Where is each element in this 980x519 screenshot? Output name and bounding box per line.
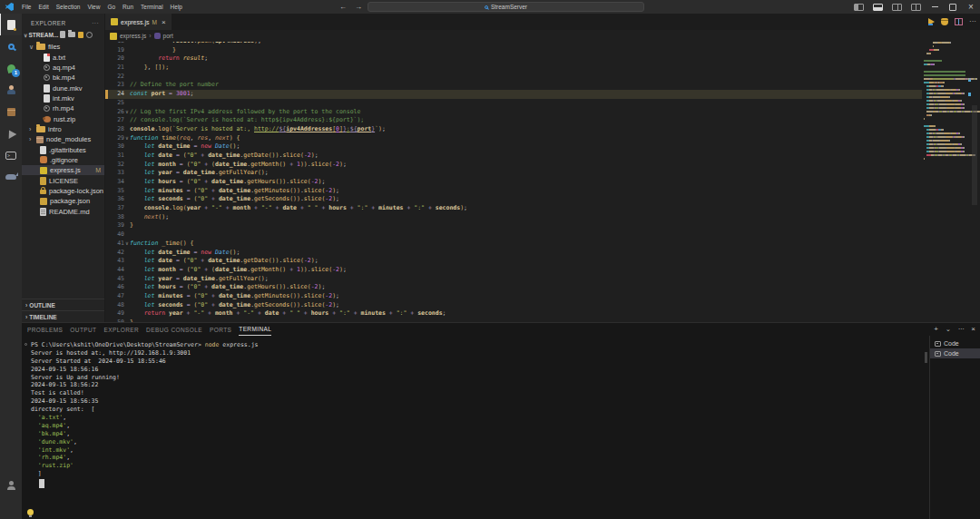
activity-run-debug[interactable]	[0, 79, 22, 101]
tree-item-bk-mp4[interactable]: bk.mp4	[22, 73, 104, 83]
tree-item-int-mkv[interactable]: int.mkv	[22, 93, 104, 103]
new-folder-icon[interactable]	[68, 32, 75, 37]
activity-docker[interactable]	[0, 166, 22, 188]
menu-run[interactable]: Run	[119, 4, 137, 10]
run-code-icon[interactable]	[928, 18, 935, 25]
panel-tab-output[interactable]: OUTPUT	[70, 323, 96, 336]
new-file-icon[interactable]	[60, 31, 65, 38]
code-line[interactable]: 31 let date = ("0" + date_time.getDate()…	[105, 152, 922, 161]
workspace-section-header[interactable]: ∨ STREAM...	[22, 29, 104, 40]
activity-search[interactable]	[0, 35, 22, 57]
flask-icon[interactable]	[941, 18, 948, 25]
more-actions-icon[interactable]: ···	[969, 18, 976, 25]
activity-remote[interactable]	[0, 122, 22, 144]
back-arrow-icon[interactable]: ←	[339, 3, 347, 11]
code-line[interactable]: 19 }	[105, 46, 922, 55]
tree-item-package-json[interactable]: package.json	[22, 196, 104, 206]
menu-selection[interactable]: Selection	[53, 4, 84, 10]
code-line[interactable]: 44 let month = ("0" + (date_time.getMont…	[105, 266, 922, 275]
code-line[interactable]: 41∨function _time() {	[105, 240, 922, 249]
activity-settings[interactable]	[0, 497, 22, 519]
code-line[interactable]: 28console.log(`Server is hosted at:, htt…	[105, 125, 922, 134]
activity-terminal[interactable]	[0, 144, 22, 166]
code-line[interactable]: 26∨// Log the first IPv4 address followe…	[105, 108, 922, 117]
tree-item--gitignore[interactable]: .gitignore	[22, 155, 104, 165]
activity-explorer[interactable]	[0, 14, 22, 35]
new-terminal-icon[interactable]	[934, 326, 938, 333]
tree-item-node-modules[interactable]: ›node_modules	[22, 134, 104, 144]
code-line[interactable]: 39}	[105, 221, 922, 230]
code-editor[interactable]: 18 result.push(ipv4Address);19 }20 retur…	[105, 42, 980, 322]
command-decoration-icon[interactable]	[24, 343, 27, 346]
activity-source-control[interactable]: 1	[0, 57, 22, 79]
panel-tab-ports[interactable]: PORTS	[210, 323, 231, 336]
code-line[interactable]: 42 let date_time = new Date();	[105, 249, 922, 258]
code-line[interactable]: 29∨function time(req, res, next) {	[105, 134, 922, 143]
menu-view[interactable]: View	[83, 4, 103, 10]
code-line[interactable]: 45 let year = date_time.getFullYear();	[105, 275, 922, 284]
code-line[interactable]: 47 let minutes = ("0" + date_time.getMin…	[105, 292, 922, 301]
menu-edit[interactable]: Edit	[34, 4, 52, 10]
toggle-sidebar-icon[interactable]	[854, 4, 864, 11]
more-actions-icon[interactable]: ···	[92, 20, 99, 26]
code-line[interactable]: 43 let date = ("0" + date_time.getDate()…	[105, 257, 922, 266]
code-line[interactable]: 23// Define the port number	[105, 81, 922, 90]
editor-scrollbar[interactable]	[969, 42, 980, 322]
code-line[interactable]: 30 let date_time = new Date();	[105, 142, 922, 152]
tree-item-dune-mkv[interactable]: dune.mkv	[22, 83, 104, 93]
code-line[interactable]: 46 let hours = ("0" + date_time.getHours…	[105, 283, 922, 292]
terminal-dropdown-icon[interactable]	[946, 326, 951, 333]
code-line[interactable]: 38 next();	[105, 213, 922, 222]
lightbulb-icon[interactable]	[27, 509, 34, 515]
tree-item-a-txt[interactable]: a.txt	[22, 52, 104, 62]
scrollbar-thumb[interactable]	[972, 105, 977, 205]
close-panel-icon[interactable]	[971, 326, 975, 333]
breadcrumb-file[interactable]: express.js	[120, 33, 146, 39]
code-line[interactable]: 25	[105, 99, 922, 108]
minimize-icon[interactable]	[926, 0, 944, 14]
code-line[interactable]: 21 }, []);	[105, 64, 922, 73]
more-actions-icon[interactable]	[958, 326, 965, 333]
terminal-instance[interactable]: Code	[930, 348, 980, 358]
timeline-section[interactable]: › TIMELINE	[22, 310, 104, 322]
refresh-explorer-icon[interactable]	[78, 32, 83, 38]
menu-file[interactable]: File	[18, 4, 34, 10]
activity-extensions[interactable]	[0, 101, 22, 122]
collapse-folders-icon[interactable]	[86, 32, 93, 38]
menu-help[interactable]: Help	[167, 4, 186, 10]
tree-item-aq-mp4[interactable]: aq.mp4	[22, 63, 104, 73]
tree-item-rh-mp4[interactable]: rh.mp4	[22, 103, 104, 113]
code-line[interactable]: 40	[105, 230, 922, 240]
code-line[interactable]: 24const port = 3001;	[105, 90, 922, 99]
code-line[interactable]: 34 let hours = ("0" + date_time.getHours…	[105, 178, 922, 187]
restore-icon[interactable]	[944, 0, 962, 14]
customize-layout-icon[interactable]	[911, 4, 921, 11]
panel-tab-explorer[interactable]: EXPLORER	[103, 323, 139, 336]
tree-item-express-js[interactable]: express.jsM	[22, 165, 104, 175]
code-line[interactable]: 33 let year = date_time.getFullYear();	[105, 169, 922, 178]
panel-tab-problems[interactable]: PROBLEMS	[27, 323, 63, 336]
menu-terminal[interactable]: Terminal	[137, 4, 167, 10]
tree-item-files[interactable]: ∨files	[22, 42, 104, 52]
tree-item-rust-zip[interactable]: rust.zip	[22, 113, 104, 123]
terminal-instance[interactable]: Code	[930, 338, 980, 348]
toggle-panel-icon[interactable]	[873, 4, 883, 11]
tab-express-js[interactable]: express.js M ×	[105, 14, 172, 30]
toggle-secondary-sidebar-icon[interactable]	[892, 4, 902, 11]
breadcrumb-symbol[interactable]: port	[163, 33, 173, 39]
tree-item-license[interactable]: LICENSE	[22, 175, 104, 185]
tree-item-intro[interactable]: ›intro	[22, 124, 104, 134]
panel-tab-terminal[interactable]: TERMINAL	[239, 323, 271, 336]
forward-arrow-icon[interactable]: →	[355, 3, 362, 11]
close-tab-icon[interactable]: ×	[162, 18, 166, 26]
terminal[interactable]: PS C:\Users\kshit\OneDrive\Desktop\Strea…	[22, 336, 929, 519]
tree-item--gitattributes[interactable]: .gitattributes	[22, 144, 104, 154]
minimap[interactable]	[924, 42, 969, 322]
close-icon[interactable]	[962, 0, 980, 14]
code-line[interactable]: 48 let seconds = ("0" + date_time.getSec…	[105, 301, 922, 310]
code-line[interactable]: 27// console.log(`Server is hosted at: h…	[105, 116, 922, 125]
command-center[interactable]: StreamServer	[368, 2, 644, 12]
outline-section[interactable]: › OUTLINE	[22, 299, 104, 310]
code-line[interactable]: 32 let month = ("0" + (date_time.getMont…	[105, 161, 922, 170]
code-line[interactable]: 36 let seconds = ("0" + date_time.getSec…	[105, 195, 922, 204]
